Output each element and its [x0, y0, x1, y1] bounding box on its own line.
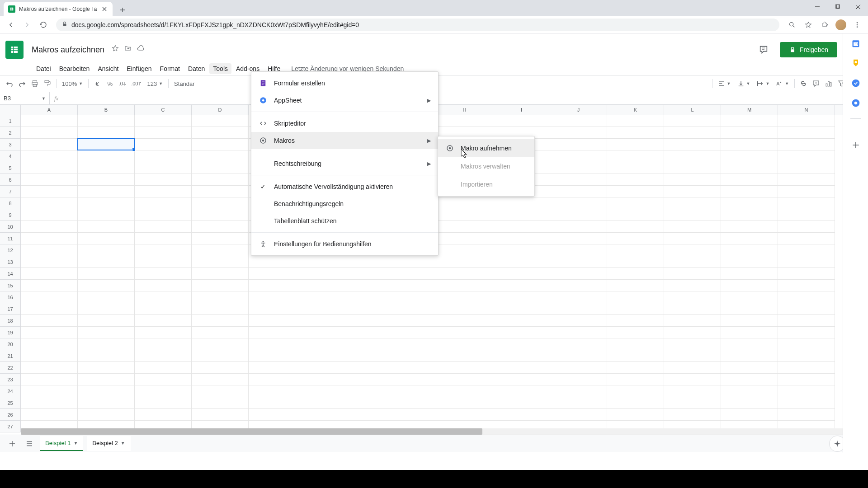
cell[interactable]	[78, 338, 135, 350]
cell[interactable]	[21, 233, 78, 244]
cell[interactable]	[607, 150, 664, 162]
paint-format-button[interactable]	[42, 78, 53, 89]
cell[interactable]	[78, 303, 135, 315]
cell[interactable]	[778, 280, 835, 291]
cell[interactable]	[493, 256, 550, 268]
cell[interactable]	[721, 162, 778, 174]
col-header[interactable]: A	[21, 105, 78, 115]
extensions-icon[interactable]	[817, 18, 832, 32]
row-header[interactable]: 18	[0, 315, 21, 327]
cell[interactable]	[664, 197, 721, 209]
cell[interactable]	[664, 186, 721, 197]
menu-format[interactable]: Format	[156, 63, 184, 74]
cell[interactable]	[664, 350, 721, 362]
keep-icon[interactable]	[851, 59, 860, 68]
cell[interactable]	[135, 291, 192, 303]
cell[interactable]	[135, 303, 192, 315]
cell[interactable]	[192, 327, 249, 338]
tools-spelling[interactable]: Rechtschreibung ▶	[251, 155, 438, 172]
cell[interactable]	[778, 338, 835, 350]
cell[interactable]	[78, 139, 135, 150]
cell[interactable]	[664, 233, 721, 244]
cell[interactable]	[192, 150, 249, 162]
cell[interactable]	[249, 338, 436, 350]
cell[interactable]	[664, 115, 721, 127]
forward-button[interactable]	[20, 18, 34, 32]
cell[interactable]	[436, 268, 493, 280]
url-field[interactable]: docs.google.com/spreadsheets/d/1FKYLxFDp…	[56, 19, 779, 31]
cell[interactable]	[21, 280, 78, 291]
star-icon[interactable]	[801, 18, 816, 32]
cell[interactable]	[436, 221, 493, 233]
cell[interactable]	[778, 244, 835, 256]
cell[interactable]	[192, 256, 249, 268]
minimize-button[interactable]	[807, 0, 827, 14]
cell[interactable]	[664, 221, 721, 233]
cell[interactable]	[550, 362, 607, 374]
sheet-tab-1[interactable]: Beispiel 1▼	[40, 436, 83, 451]
cell[interactable]	[78, 127, 135, 139]
cell[interactable]	[249, 268, 436, 280]
tools-accessibility[interactable]: Einstellungen für Bedienungshilfen	[251, 235, 438, 253]
cell[interactable]	[21, 139, 78, 150]
maps-icon[interactable]	[851, 99, 860, 108]
cell[interactable]	[607, 197, 664, 209]
share-button[interactable]: Freigeben	[780, 42, 837, 57]
cell[interactable]	[721, 374, 778, 385]
cell[interactable]	[550, 315, 607, 327]
cell[interactable]	[493, 374, 550, 385]
select-all-corner[interactable]	[0, 105, 21, 115]
cell[interactable]	[135, 197, 192, 209]
inc-decimal-button[interactable]: .00	[129, 78, 143, 89]
cell[interactable]	[249, 397, 436, 409]
cell[interactable]	[135, 385, 192, 397]
cell[interactable]	[21, 244, 78, 256]
cell[interactable]	[135, 221, 192, 233]
row-header[interactable]: 12	[0, 244, 21, 256]
row-header[interactable]: 17	[0, 303, 21, 315]
cell[interactable]	[778, 268, 835, 280]
percent-button[interactable]: %	[104, 78, 116, 89]
cell[interactable]	[721, 233, 778, 244]
cell[interactable]	[493, 221, 550, 233]
row-header[interactable]: 22	[0, 362, 21, 374]
cell[interactable]	[78, 350, 135, 362]
cell[interactable]	[78, 150, 135, 162]
cell[interactable]	[664, 244, 721, 256]
cell[interactable]	[436, 233, 493, 244]
row-header[interactable]: 8	[0, 197, 21, 209]
browser-tab[interactable]: Makros aufzeichnen - Google Ta	[4, 2, 113, 16]
cell[interactable]	[493, 409, 550, 421]
maximize-button[interactable]	[827, 0, 848, 14]
cell[interactable]	[721, 397, 778, 409]
name-box[interactable]: B3▼	[0, 92, 50, 104]
cell[interactable]	[21, 397, 78, 409]
row-header[interactable]: 27	[0, 421, 21, 432]
cell[interactable]	[436, 385, 493, 397]
cell[interactable]	[607, 139, 664, 150]
tools-script-editor[interactable]: Skripteditor	[251, 115, 438, 132]
cell[interactable]	[664, 338, 721, 350]
cell[interactable]	[78, 268, 135, 280]
calendar-icon[interactable]: 31	[851, 39, 860, 48]
cell[interactable]	[721, 209, 778, 221]
cell[interactable]	[192, 268, 249, 280]
cell[interactable]	[778, 291, 835, 303]
cell[interactable]	[192, 162, 249, 174]
cell[interactable]	[21, 221, 78, 233]
row-header[interactable]: 11	[0, 233, 21, 244]
new-tab-button[interactable]	[116, 4, 129, 16]
cell[interactable]	[493, 362, 550, 374]
cell[interactable]	[607, 374, 664, 385]
cell[interactable]	[192, 409, 249, 421]
cell[interactable]	[78, 221, 135, 233]
cell[interactable]	[721, 385, 778, 397]
cell[interactable]	[550, 385, 607, 397]
cell[interactable]	[778, 409, 835, 421]
cell[interactable]	[607, 244, 664, 256]
cell[interactable]	[249, 327, 436, 338]
cell[interactable]	[607, 350, 664, 362]
cell[interactable]	[550, 197, 607, 209]
row-header[interactable]: 24	[0, 385, 21, 397]
cell[interactable]	[436, 327, 493, 338]
